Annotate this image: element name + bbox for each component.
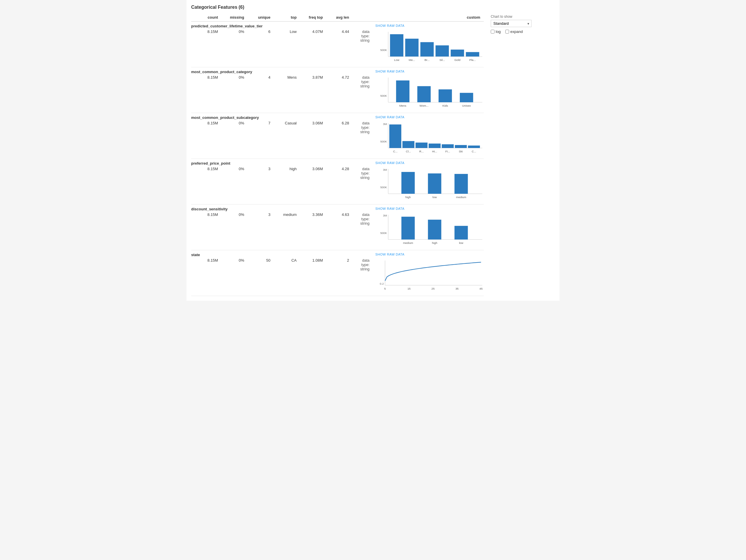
val-avg-len-1: 4.72 (325, 75, 351, 88)
val-custom-5: data type: string (351, 258, 373, 271)
svg-rect-3 (390, 34, 403, 57)
svg-text:Kids: Kids (442, 104, 448, 107)
svg-rect-32 (402, 141, 414, 148)
chart-select-wrapper[interactable]: Standard Histogram CDF (491, 20, 532, 27)
svg-text:5: 5 (384, 287, 386, 290)
feature-row: discount_sensitivity 8.15M 0% 3 medium 3… (191, 205, 484, 250)
svg-text:Cl...: Cl... (406, 150, 411, 153)
show-raw-2[interactable]: SHOW RAW DATA (375, 115, 484, 119)
val-avg-len-5: 2 (325, 258, 351, 271)
log-checkbox[interactable] (491, 30, 494, 33)
chart-to-show-label: Chart to show (491, 14, 555, 19)
svg-text:3M: 3M (383, 214, 387, 217)
feature-row: most_common_product_category 8.15M 0% 4 … (191, 67, 484, 113)
val-unique-5: 50 (247, 258, 273, 271)
feature-left-2: most_common_product_subcategory 8.15M 0%… (191, 115, 373, 155)
svg-text:medium: medium (456, 196, 466, 199)
feature-left-1: most_common_product_category 8.15M 0% 4 … (191, 70, 373, 109)
svg-rect-36 (429, 144, 440, 148)
header-custom: custom (351, 14, 484, 20)
chart-area-2: 3M500KC...Cl...R...Hi...Fi...SkiC... (375, 120, 484, 155)
val-avg-len-0: 4.44 (325, 29, 351, 42)
feature-right-4: SHOW RAW DATA3M500Kmediumhighlow (373, 207, 484, 246)
log-checkbox-label[interactable]: log (491, 29, 500, 34)
val-custom-4: data type: string (351, 212, 373, 226)
val-top-1: Mens (273, 75, 299, 88)
feature-name-5: state (191, 253, 373, 257)
show-raw-0[interactable]: SHOW RAW DATA (375, 24, 484, 27)
feature-right-3: SHOW RAW DATA3M500Khighlowmedium (373, 161, 484, 201)
val-avg-len-2: 6.28 (325, 121, 351, 134)
svg-text:C...: C... (393, 150, 398, 153)
val-freq-top-1: 3.87M (299, 75, 325, 88)
show-raw-1[interactable]: SHOW RAW DATA (375, 70, 484, 73)
show-raw-3[interactable]: SHOW RAW DATA (375, 161, 484, 165)
svg-text:C...: C... (472, 150, 476, 153)
val-freq-top-4: 3.36M (299, 212, 325, 226)
val-count-0: 8.15M (191, 29, 220, 42)
feature-left-5: state 8.15M 0% 50 CA 1.08M 2 data type: … (191, 253, 373, 292)
feature-right-0: SHOW RAW DATA500KLowMe...Br...Sil...Gold… (373, 24, 484, 63)
chart-select[interactable]: Standard Histogram CDF (491, 20, 532, 27)
val-top-0: Low (273, 29, 299, 42)
svg-text:0.2: 0.2 (380, 282, 384, 285)
svg-text:Gold: Gold (454, 58, 460, 61)
svg-rect-24 (460, 93, 473, 102)
val-unique-4: 3 (247, 212, 273, 226)
svg-text:15: 15 (407, 287, 410, 290)
val-top-2: Casual (273, 121, 299, 134)
svg-text:Ski: Ski (459, 150, 463, 153)
expand-checkbox[interactable] (505, 30, 509, 33)
svg-text:high: high (432, 241, 437, 244)
svg-text:45: 45 (479, 287, 483, 290)
svg-text:500K: 500K (380, 140, 387, 143)
feature-row: predicted_customer_lifetime_value_tier 8… (191, 22, 484, 67)
feature-left-4: discount_sensitivity 8.15M 0% 3 medium 3… (191, 207, 373, 246)
val-top-3: high (273, 167, 299, 180)
feature-left-0: predicted_customer_lifetime_value_tier 8… (191, 24, 373, 63)
feature-row: preferred_price_point 8.15M 0% 3 high 3.… (191, 159, 484, 205)
svg-rect-42 (468, 145, 480, 148)
svg-text:Me...: Me... (408, 58, 415, 61)
val-top-5: CA (273, 258, 299, 271)
chart-area-0: 500KLowMe...Br...Sil...GoldPla... (375, 29, 484, 63)
val-custom-1: data type: string (351, 75, 373, 88)
controls-section: Chart to show Standard Histogram CDF log (491, 13, 555, 296)
svg-rect-52 (455, 174, 468, 194)
svg-text:Hi...: Hi... (432, 150, 437, 153)
val-unique-1: 4 (247, 75, 273, 88)
expand-checkbox-label[interactable]: expand (505, 29, 523, 34)
svg-text:Pla...: Pla... (469, 58, 476, 61)
feature-right-1: SHOW RAW DATA500KMensWom...KidsUnisex (373, 70, 484, 109)
val-missing-5: 0% (220, 258, 247, 271)
feature-values-5: 8.15M 0% 50 CA 1.08M 2 data type: string (191, 258, 373, 271)
show-raw-4[interactable]: SHOW RAW DATA (375, 207, 484, 210)
svg-text:Br...: Br... (425, 58, 430, 61)
svg-text:3M: 3M (383, 168, 387, 171)
svg-rect-58 (401, 217, 415, 239)
page-title: Categorical Features (6) (191, 5, 555, 10)
val-avg-len-3: 4.28 (325, 167, 351, 180)
svg-text:500K: 500K (380, 231, 387, 235)
svg-rect-11 (451, 50, 464, 57)
svg-rect-5 (405, 39, 419, 57)
feature-values-4: 8.15M 0% 3 medium 3.36M 4.63 data type: … (191, 212, 373, 226)
svg-rect-18 (396, 81, 409, 102)
svg-rect-7 (421, 42, 434, 57)
val-custom-2: data type: string (351, 121, 373, 134)
feature-name-2: most_common_product_subcategory (191, 115, 373, 120)
val-count-3: 8.15M (191, 167, 220, 180)
svg-rect-48 (401, 172, 415, 194)
svg-rect-13 (466, 52, 479, 57)
val-avg-len-4: 4.63 (325, 212, 351, 226)
feature-row: state 8.15M 0% 50 CA 1.08M 2 data type: … (191, 250, 484, 296)
val-top-4: medium (273, 212, 299, 226)
feature-right-2: SHOW RAW DATA3M500KC...Cl...R...Hi...Fi.… (373, 115, 484, 155)
val-freq-top-2: 3.06M (299, 121, 325, 134)
svg-rect-30 (389, 124, 401, 148)
val-custom-0: data type: string (351, 29, 373, 42)
svg-text:500K: 500K (380, 48, 387, 52)
feature-name-1: most_common_product_category (191, 70, 373, 74)
header-count: count (191, 14, 220, 20)
show-raw-5[interactable]: SHOW RAW DATA (375, 253, 484, 256)
